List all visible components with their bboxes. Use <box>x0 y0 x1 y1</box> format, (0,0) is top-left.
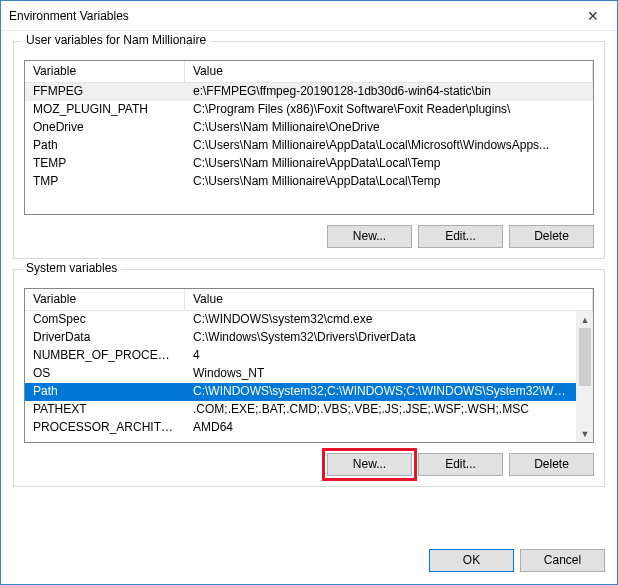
system-group-label: System variables <box>22 261 121 275</box>
column-variable[interactable]: Variable <box>25 289 185 310</box>
cell-value: C:\Users\Nam Millionaire\AppData\Local\T… <box>185 155 593 173</box>
cell-variable: NUMBER_OF_PROCESSORS <box>25 347 185 365</box>
cell-variable: TEMP <box>25 155 185 173</box>
cell-value: e:\FFMPEG\ffmpeg-20190128-1db30d6-win64-… <box>185 83 593 101</box>
column-variable[interactable]: Variable <box>25 61 185 82</box>
titlebar: Environment Variables ✕ <box>1 1 617 31</box>
system-variables-list[interactable]: Variable Value ComSpecC:\WINDOWS\system3… <box>24 288 594 443</box>
user-new-button[interactable]: New... <box>327 225 412 248</box>
client-area: User variables for Nam Millionaire Varia… <box>1 31 617 545</box>
system-new-button[interactable]: New... <box>327 453 412 476</box>
close-icon: ✕ <box>587 8 599 24</box>
cell-variable: PROCESSOR_ARCHITECTURE <box>25 419 185 437</box>
cell-variable: DriverData <box>25 329 185 347</box>
dialog-button-row: OK Cancel <box>1 545 617 584</box>
user-variables-group: User variables for Nam Millionaire Varia… <box>13 41 605 259</box>
table-row[interactable]: FFMPEGe:\FFMPEG\ffmpeg-20190128-1db30d6-… <box>25 83 593 101</box>
cell-variable: TMP <box>25 173 185 191</box>
window-title: Environment Variables <box>9 9 571 23</box>
cell-value: C:\Program Files (x86)\Foxit Software\Fo… <box>185 101 593 119</box>
cell-variable: PATHEXT <box>25 401 185 419</box>
system-delete-button[interactable]: Delete <box>509 453 594 476</box>
cell-value: C:\WINDOWS\system32;C:\WINDOWS;C:\WINDOW… <box>185 383 576 401</box>
table-row[interactable]: MOZ_PLUGIN_PATHC:\Program Files (x86)\Fo… <box>25 101 593 119</box>
table-row[interactable]: PATHEXT.COM;.EXE;.BAT;.CMD;.VBS;.VBE;.JS… <box>25 401 576 419</box>
user-edit-button[interactable]: Edit... <box>418 225 503 248</box>
cancel-button[interactable]: Cancel <box>520 549 605 572</box>
table-row[interactable]: PathC:\WINDOWS\system32;C:\WINDOWS;C:\WI… <box>25 383 576 401</box>
cell-variable: Path <box>25 137 185 155</box>
scroll-down-icon[interactable]: ▼ <box>577 425 593 442</box>
system-list-body: ComSpecC:\WINDOWS\system32\cmd.exeDriver… <box>25 311 593 442</box>
table-row[interactable]: ComSpecC:\WINDOWS\system32\cmd.exe <box>25 311 576 329</box>
cell-value: C:\WINDOWS\system32\cmd.exe <box>185 311 576 329</box>
scroll-thumb[interactable] <box>579 328 591 386</box>
user-delete-button[interactable]: Delete <box>509 225 594 248</box>
user-list-body: FFMPEGe:\FFMPEG\ffmpeg-20190128-1db30d6-… <box>25 83 593 214</box>
system-scrollbar[interactable]: ▲ ▼ <box>576 311 593 442</box>
user-variables-list[interactable]: Variable Value FFMPEGe:\FFMPEG\ffmpeg-20… <box>24 60 594 215</box>
user-list-header: Variable Value <box>25 61 593 83</box>
close-button[interactable]: ✕ <box>571 2 615 30</box>
system-edit-button[interactable]: Edit... <box>418 453 503 476</box>
cell-value: C:\Users\Nam Millionaire\AppData\Local\M… <box>185 137 593 155</box>
cell-variable: MOZ_PLUGIN_PATH <box>25 101 185 119</box>
scroll-up-icon[interactable]: ▲ <box>577 311 593 328</box>
scroll-track[interactable] <box>577 328 593 425</box>
cell-value: AMD64 <box>185 419 576 437</box>
table-row[interactable]: NUMBER_OF_PROCESSORS4 <box>25 347 576 365</box>
user-group-label: User variables for Nam Millionaire <box>22 33 210 47</box>
cell-value: C:\Windows\System32\Drivers\DriverData <box>185 329 576 347</box>
cell-variable: OS <box>25 365 185 383</box>
cell-value: .COM;.EXE;.BAT;.CMD;.VBS;.VBE;.JS;.JSE;.… <box>185 401 576 419</box>
cell-variable: Path <box>25 383 185 401</box>
cell-variable: ComSpec <box>25 311 185 329</box>
cell-value: C:\Users\Nam Millionaire\OneDrive <box>185 119 593 137</box>
table-row[interactable]: DriverDataC:\Windows\System32\Drivers\Dr… <box>25 329 576 347</box>
cell-value: C:\Users\Nam Millionaire\AppData\Local\T… <box>185 173 593 191</box>
table-row[interactable]: OneDriveC:\Users\Nam Millionaire\OneDriv… <box>25 119 593 137</box>
user-button-row: New... Edit... Delete <box>24 225 594 248</box>
column-value[interactable]: Value <box>185 289 593 310</box>
table-row[interactable]: TMPC:\Users\Nam Millionaire\AppData\Loca… <box>25 173 593 191</box>
system-list-header: Variable Value <box>25 289 593 311</box>
cell-value: 4 <box>185 347 576 365</box>
cell-variable: OneDrive <box>25 119 185 137</box>
environment-variables-dialog: Environment Variables ✕ User variables f… <box>0 0 618 585</box>
cell-variable: FFMPEG <box>25 83 185 101</box>
column-value[interactable]: Value <box>185 61 593 82</box>
table-row[interactable]: OSWindows_NT <box>25 365 576 383</box>
table-row[interactable]: TEMPC:\Users\Nam Millionaire\AppData\Loc… <box>25 155 593 173</box>
table-row[interactable]: PROCESSOR_ARCHITECTUREAMD64 <box>25 419 576 437</box>
system-variables-group: System variables Variable Value ComSpecC… <box>13 269 605 487</box>
cell-value: Windows_NT <box>185 365 576 383</box>
system-button-row: New... Edit... Delete <box>24 453 594 476</box>
table-row[interactable]: PathC:\Users\Nam Millionaire\AppData\Loc… <box>25 137 593 155</box>
ok-button[interactable]: OK <box>429 549 514 572</box>
